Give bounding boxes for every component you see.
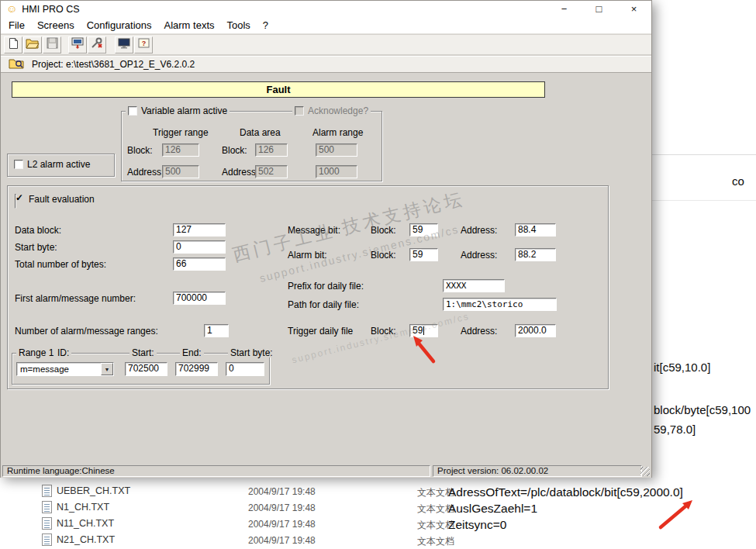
maximize-button[interactable]: □ — [582, 1, 616, 17]
alarm-bit-address-field[interactable]: 88.2 — [515, 248, 556, 261]
toolbar: ? — [1, 35, 651, 55]
range1-start-byte-label: Start byte: — [228, 348, 275, 357]
fault-evaluation-label: Fault evaluation — [29, 194, 95, 205]
list-separator — [652, 200, 756, 201]
alarm-range-upper-field: 500 — [316, 143, 357, 157]
save-icon — [47, 37, 58, 52]
file-date: 2004/9/17 19:48 — [248, 535, 316, 546]
text-file-icon — [42, 517, 52, 530]
menu-item-help[interactable]: ? — [257, 17, 274, 33]
file-row[interactable]: N11_CH.TXT 2004/9/17 19:48 文本文档 — [31, 516, 752, 532]
start-byte-field[interactable]: 0 — [173, 240, 226, 254]
alarm-bit-address-label: Address: — [461, 250, 497, 261]
settings-button[interactable] — [88, 36, 106, 54]
l2-alarm-checkbox[interactable] — [14, 160, 23, 169]
num-ranges-field[interactable]: 1 — [204, 324, 229, 337]
window-title: HMI PRO CS — [22, 4, 79, 15]
menu-item-configurations[interactable]: Configurations — [81, 17, 158, 33]
trigger-daily-address-label: Address: — [461, 326, 497, 337]
status-project-version: Project version: 06.02.00.02 — [433, 465, 642, 477]
ini-line: AuslGesZaehl=1 — [448, 502, 537, 516]
menu-item-tools[interactable]: Tools — [221, 17, 257, 33]
status-runtime-language: Runtime language:Chinese — [2, 465, 430, 477]
range1-id-label: ID: — [55, 348, 71, 357]
acknowledge-checkbox — [295, 106, 304, 116]
range1-start-byte-field[interactable]: 0 — [226, 362, 264, 376]
path-daily-file-label: Path for daily file: — [288, 299, 359, 310]
list-separator — [652, 154, 756, 155]
path-daily-file-field[interactable]: 1:\mmc2\storico — [443, 298, 557, 311]
prefix-daily-file-field[interactable]: XXXX — [443, 279, 505, 292]
file-type: 文本文档 — [417, 535, 454, 548]
first-alarm-number-label: First alarm/message number: — [15, 293, 136, 304]
trigger-block-label: Block: — [127, 145, 153, 156]
start-byte-field-label: Start byte: — [15, 242, 57, 253]
total-bytes-field-label: Total number of bytes: — [15, 259, 106, 270]
trigger-range-block-field: 126 — [162, 143, 199, 157]
menu-item-screens[interactable]: Screens — [31, 17, 81, 33]
resize-grip[interactable] — [640, 467, 650, 476]
trigger-daily-block-label: Block: — [371, 326, 396, 337]
trigger-daily-file-label: Trigger daily file — [288, 326, 353, 337]
range1-start-field[interactable]: 702500 — [125, 362, 167, 376]
help-button[interactable]: ? — [134, 36, 153, 54]
message-bit-block-field[interactable]: 59 — [409, 223, 438, 237]
menu-item-alarm-texts[interactable]: Alarm texts — [157, 17, 220, 33]
range1-id-select[interactable]: m=message ▼ — [16, 362, 114, 376]
acknowledge-label: Acknowledge? — [308, 105, 368, 116]
message-bit-label: Message bit: — [288, 225, 340, 236]
data-block-field-label: Data block: — [15, 225, 61, 236]
trigger-daily-address-field[interactable]: 2000.0 — [515, 324, 556, 337]
fault-evaluation-checkbox[interactable] — [15, 194, 16, 209]
trigger-daily-block-field[interactable]: 59 — [409, 324, 438, 337]
project-path-label: Project: e:\test\3681_OP12_E_V6.2.0.2 — [32, 59, 195, 70]
range1-label: Range 1 — [16, 348, 56, 357]
statusbar: Runtime language:Chinese Project version… — [1, 464, 651, 478]
menu-item-file[interactable]: File — [2, 17, 31, 33]
file-row[interactable]: N1_CH.TXT 2004/9/17 19:48 文本文档 — [31, 500, 752, 516]
trigger-address-label: Address: — [127, 167, 164, 178]
open-button[interactable] — [23, 36, 42, 54]
range1-end-label: End: — [180, 348, 204, 357]
minimize-button[interactable]: − — [547, 1, 582, 17]
new-button[interactable] — [4, 36, 22, 54]
variable-alarm-legend: Variable alarm active — [126, 105, 230, 116]
file-name: N1_CH.TXT — [57, 502, 109, 513]
range1-end-field[interactable]: 702999 — [175, 362, 218, 376]
text-fragment: block/byte[c59,100 — [654, 403, 751, 416]
titlebar: ☺ HMI PRO CS − □ × — [1, 1, 651, 17]
file-date: 2004/9/17 19:48 — [248, 502, 316, 513]
alarm-bit-block-field[interactable]: 59 — [409, 248, 438, 261]
alarm-range-header: Alarm range — [312, 127, 363, 138]
num-ranges-label: Number of alarm/message ranges: — [15, 326, 158, 337]
text-fragment: co — [732, 174, 744, 188]
first-alarm-number-field[interactable]: 700000 — [173, 292, 226, 305]
trigger-range-address-field: 500 — [162, 165, 199, 178]
menubar: File Screens Configurations Alarm texts … — [1, 17, 651, 34]
file-row[interactable]: N21_CH.TXT 2004/9/17 19:48 文本文档 — [31, 533, 752, 548]
text-file-icon — [42, 485, 52, 497]
data-block-field[interactable]: 127 — [173, 223, 226, 237]
close-button[interactable]: × — [616, 1, 651, 17]
download-button[interactable] — [68, 36, 87, 54]
file-name: N21_CH.TXT — [57, 534, 115, 545]
svg-text:?: ? — [141, 40, 146, 47]
help-icon: ? — [138, 37, 150, 52]
text-fragment: 59,78.0] — [654, 423, 696, 436]
screenshot-root: co it[c59,10.0] block/byte[c59,100 59,78… — [0, 0, 756, 549]
file-name: N11_CH.TXT — [57, 518, 114, 529]
file-name: UEBER_CH.TXT — [57, 485, 130, 496]
variable-alarm-label: Variable alarm active — [141, 105, 227, 116]
save-button[interactable] — [43, 36, 61, 54]
text-fragment: it[c59,10.0] — [654, 361, 710, 374]
range1-start-label: Start: — [129, 348, 157, 357]
message-bit-address-field[interactable]: 88.4 — [515, 223, 556, 237]
chevron-down-icon[interactable]: ▼ — [101, 363, 113, 375]
text-file-icon — [42, 501, 52, 513]
data-address-label: Address: — [222, 167, 258, 178]
text-cursor — [423, 326, 424, 335]
screen-button[interactable] — [115, 36, 133, 54]
variable-alarm-checkbox[interactable] — [128, 106, 137, 116]
l2-alarm-label: L2 alarm active — [27, 159, 90, 170]
total-bytes-field[interactable]: 66 — [173, 257, 226, 271]
